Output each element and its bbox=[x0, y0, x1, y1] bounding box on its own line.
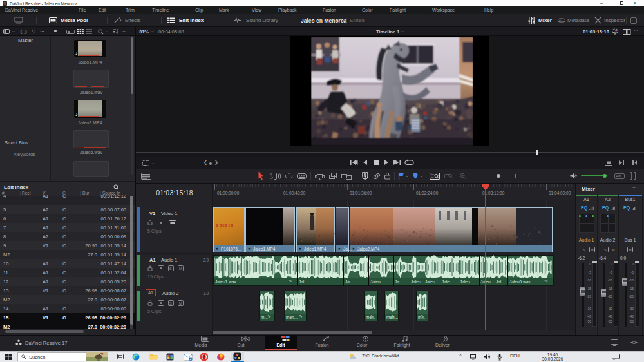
svg-text:01:01:36:00: 01:01:36:00 bbox=[350, 191, 372, 195]
svg-text:2: 2 bbox=[190, 357, 192, 361]
svg-text:01:00:00:00: 01:00:00:00 bbox=[217, 191, 240, 195]
svg-text:01:02:24:00: 01:02:24:00 bbox=[416, 191, 439, 195]
svg-text:01:04:00:00: 01:04:00:00 bbox=[549, 191, 571, 195]
svg-text:01:00:48:00: 01:00:48:00 bbox=[283, 191, 306, 195]
